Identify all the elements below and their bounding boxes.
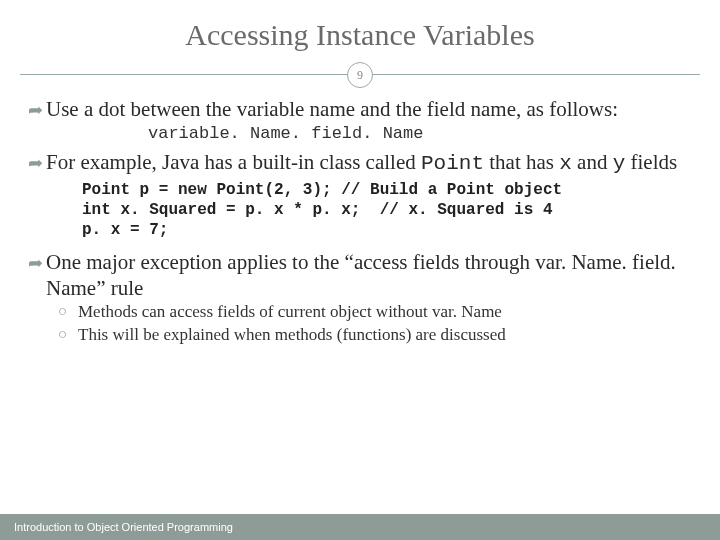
code-snippet: variable. Name. field. Name — [148, 124, 692, 143]
bullet-icon: ➦ — [28, 149, 46, 175]
sub-bullet-text: This will be explained when methods (fun… — [78, 324, 506, 346]
bullet-item: ➦For example, Java has a built-in class … — [28, 149, 692, 177]
title-rule: 9 — [0, 60, 720, 90]
bullet-text: One major exception applies to the “acce… — [46, 249, 692, 302]
page-number-badge: 9 — [347, 62, 373, 88]
sub-bullet-icon: ○ — [58, 301, 78, 321]
bullet-icon: ➦ — [28, 96, 46, 122]
slide: Accessing Instance Variables 9 ➦Use a do… — [0, 0, 720, 540]
footer-text: Introduction to Object Oriented Programm… — [14, 521, 233, 533]
sub-bullet: ○Methods can access fields of current ob… — [58, 301, 692, 323]
bullet-item: ➦Use a dot between the variable name and… — [28, 96, 692, 122]
sub-bullet-text: Methods can access fields of current obj… — [78, 301, 502, 323]
page-title: Accessing Instance Variables — [0, 0, 720, 60]
bullet-text: For example, Java has a built-in class c… — [46, 149, 692, 177]
code-block: Point p = new Point(2, 3); // Build a Po… — [82, 180, 692, 241]
sub-bullet: ○This will be explained when methods (fu… — [58, 324, 692, 346]
content-area: ➦Use a dot between the variable name and… — [0, 96, 720, 346]
bullet-item: ➦One major exception applies to the “acc… — [28, 249, 692, 302]
bullet-text: Use a dot between the variable name and … — [46, 96, 692, 122]
sub-bullet-icon: ○ — [58, 324, 78, 344]
bullet-icon: ➦ — [28, 249, 46, 275]
footer-bar: Introduction to Object Oriented Programm… — [0, 514, 720, 540]
